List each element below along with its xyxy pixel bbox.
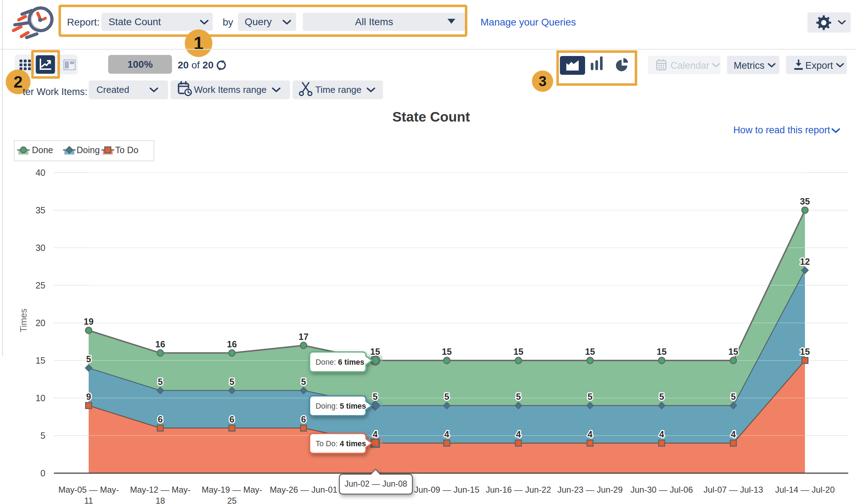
svg-text:5: 5 — [229, 377, 234, 387]
svg-text:Done: 6 times: Done: 6 times — [316, 358, 364, 366]
svg-text:Jul-14 — Jul-20: Jul-14 — Jul-20 — [775, 485, 835, 494]
svg-text:6: 6 — [229, 414, 234, 424]
svg-text:16: 16 — [155, 339, 165, 349]
svg-text:4: 4 — [731, 429, 736, 439]
svg-text:Jun-02 — Jun-08: Jun-02 — Jun-08 — [345, 479, 407, 488]
svg-text:40: 40 — [35, 168, 45, 178]
svg-text:5: 5 — [301, 377, 306, 387]
svg-text:Jun-23 — Jun-29: Jun-23 — Jun-29 — [557, 485, 623, 494]
svg-text:5: 5 — [588, 392, 593, 402]
svg-text:Jul-07 — Jul-13: Jul-07 — Jul-13 — [704, 485, 763, 494]
svg-text:Jun-30 — Jul-06: Jun-30 — Jul-06 — [630, 485, 693, 494]
svg-text:Done: Done — [32, 145, 53, 155]
svg-text:May-05 — May-: May-05 — May- — [59, 485, 119, 494]
svg-text:10: 10 — [35, 393, 45, 403]
svg-text:5: 5 — [86, 354, 91, 364]
svg-text:11: 11 — [84, 496, 93, 504]
svg-text:4: 4 — [373, 429, 378, 439]
svg-text:5: 5 — [731, 392, 736, 402]
svg-text:15: 15 — [657, 347, 667, 357]
svg-text:To Do: To Do — [115, 145, 138, 155]
svg-text:5: 5 — [444, 392, 449, 402]
svg-text:Doing: 5 times: Doing: 5 times — [316, 402, 366, 410]
svg-text:15: 15 — [35, 355, 45, 365]
svg-text:20: 20 — [35, 318, 45, 328]
svg-text:15: 15 — [442, 347, 452, 357]
svg-text:5: 5 — [516, 392, 521, 402]
svg-text:0: 0 — [40, 468, 45, 478]
svg-text:6: 6 — [158, 414, 163, 424]
svg-text:4: 4 — [444, 429, 449, 439]
svg-text:4: 4 — [659, 429, 664, 439]
svg-text:May-19 — May-: May-19 — May- — [202, 485, 262, 494]
svg-text:15: 15 — [585, 347, 595, 357]
svg-text:Times: Times — [18, 308, 28, 332]
svg-text:Doing: Doing — [77, 145, 100, 155]
svg-text:9: 9 — [86, 392, 91, 402]
svg-text:12: 12 — [800, 257, 810, 267]
svg-text:5: 5 — [659, 392, 664, 402]
svg-text:19: 19 — [84, 317, 94, 326]
svg-text:17: 17 — [299, 332, 309, 342]
svg-text:15: 15 — [513, 347, 523, 357]
svg-text:To Do: 4 times: To Do: 4 times — [316, 439, 366, 448]
svg-text:18: 18 — [156, 496, 165, 504]
svg-text:15: 15 — [370, 347, 380, 357]
svg-text:25: 25 — [227, 496, 237, 504]
svg-text:5: 5 — [40, 431, 45, 441]
svg-text:Jun-09 — Jun-15: Jun-09 — Jun-15 — [414, 485, 479, 494]
svg-text:16: 16 — [227, 339, 237, 349]
svg-text:6: 6 — [301, 414, 306, 424]
svg-text:35: 35 — [35, 205, 45, 215]
svg-text:May-12 — May-: May-12 — May- — [130, 485, 191, 494]
svg-text:25: 25 — [35, 280, 45, 290]
svg-text:5: 5 — [373, 392, 378, 402]
svg-text:5: 5 — [158, 377, 163, 387]
svg-text:Jun-16 — Jun-22: Jun-16 — Jun-22 — [486, 485, 551, 494]
svg-text:15: 15 — [728, 347, 738, 357]
svg-text:May-26 — Jun-01: May-26 — Jun-01 — [270, 485, 338, 494]
svg-text:4: 4 — [516, 429, 521, 439]
svg-text:30: 30 — [35, 243, 45, 253]
svg-text:35: 35 — [800, 196, 810, 206]
svg-text:15: 15 — [800, 347, 810, 357]
svg-text:4: 4 — [588, 429, 593, 439]
